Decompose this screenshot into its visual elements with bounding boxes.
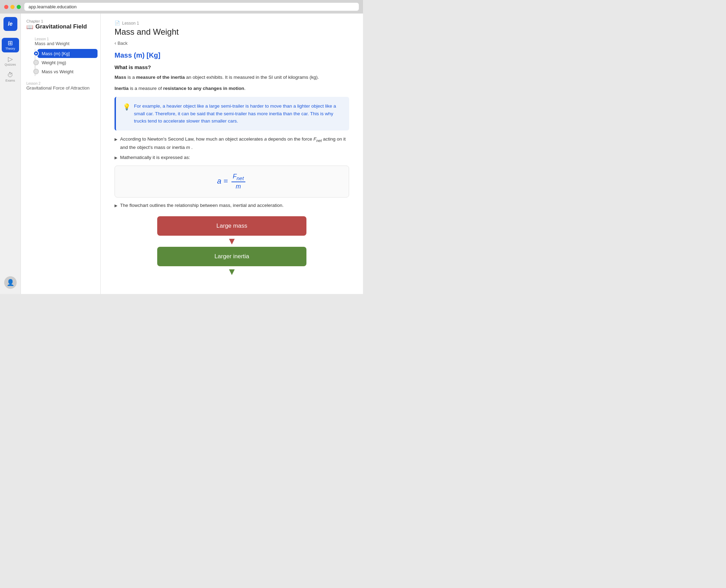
formula-box: a = Fnet m [115, 166, 349, 198]
para-2: Inertia is a measure of resistance to an… [115, 85, 349, 92]
content-subtitle: What is mass? [115, 64, 349, 70]
back-button[interactable]: ‹ Back [115, 40, 349, 46]
subtopic-weight[interactable]: Weight (mg) [37, 58, 98, 67]
flowchart-box-2: Larger inertia [157, 247, 306, 266]
chapter-label: Chapter 1 [26, 19, 95, 23]
bullet-text-1: According to Newton's Second Law, how mu… [120, 135, 349, 151]
bullet-arrow-2: ▶ [115, 155, 117, 161]
book-icon: 📖 [26, 24, 33, 30]
section-heading: Mass (m) [Kg] [115, 51, 349, 59]
callout-text: For example, a heavier object like a lar… [134, 102, 342, 125]
logo[interactable]: le [3, 17, 17, 31]
quizzes-icon: ▷ [8, 56, 13, 62]
nav-item-exams[interactable]: ⏱ Exams [2, 70, 19, 84]
chapter-sidebar: Chapter 1 📖 Gravitational Field Lesson 1… [21, 14, 101, 294]
subtopic-dot-massvweight [33, 69, 39, 74]
para2-bold2: resistance to any changes in motion [163, 86, 244, 91]
subtopic-mass[interactable]: Mass (m) [Kg] [37, 49, 98, 58]
lesson-1-label: Lesson 1 [35, 37, 95, 41]
nav-item-quizzes[interactable]: ▷ Quizzes [2, 54, 19, 68]
subtopic-massvweight[interactable]: Mass vs Weight [37, 67, 98, 76]
para2-mid: is a measure of [129, 86, 163, 91]
nav-label-theory: Theory [5, 47, 15, 50]
nav-label-quizzes: Quizzes [5, 63, 16, 66]
app-container: le ⊞ Theory ▷ Quizzes ⏱ Exams 👤 Chapter … [0, 14, 363, 294]
formula-equals: = [223, 177, 230, 185]
address-bar[interactable]: app.learnable.education [24, 3, 359, 11]
formula-numerator: Fnet [231, 173, 245, 183]
para1-bold1: Mass [115, 75, 126, 80]
main-content: 📄 Lesson 1 Mass and Weight ‹ Back Mass (… [101, 14, 363, 294]
lesson-2-label: Lesson 2 [26, 82, 95, 85]
bullet-text-2: Mathematically it is expressed as: [120, 154, 190, 161]
lesson-tree: Lesson 1 Mass and Weight Mass (m) [Kg] W… [21, 36, 100, 92]
para2-bold1: Inertia [115, 86, 129, 91]
formula-fraction: Fnet m [231, 173, 245, 191]
para1-mid: is a [126, 75, 136, 80]
subtopic-label-mass: Mass (m) [Kg] [42, 51, 70, 56]
para1-bold2: measure of the inertia [136, 75, 185, 80]
lesson-2-entry: Lesson 2 Gravitational Force of Attracti… [24, 80, 98, 92]
formula: a = Fnet m [217, 177, 246, 185]
formula-a: a [217, 177, 221, 185]
para-1: Mass is a measure of the inertia an obje… [115, 74, 349, 81]
flowchart-arrow-1: ▼ [227, 236, 237, 246]
flowchart-arrow-2: ▼ [227, 267, 237, 277]
para2-end: . [244, 86, 246, 91]
lesson-1-entry: Lesson 1 Mass and Weight Mass (m) [Kg] W… [24, 36, 98, 76]
chapter-title: 📖 Gravitational Field [26, 23, 95, 30]
subtopic-label-massvweight: Mass vs Weight [42, 69, 74, 74]
bullet-arrow-3: ▶ [115, 203, 117, 209]
chapter-header: Chapter 1 📖 Gravitational Field [21, 19, 100, 32]
lesson-2-title[interactable]: Gravitational Force of Attraction [26, 85, 95, 91]
exams-icon: ⏱ [7, 72, 14, 78]
lightbulb-icon: 💡 [123, 103, 130, 111]
minimize-button[interactable] [10, 5, 15, 9]
traffic-lights [4, 5, 21, 9]
page-title: Mass and Weight [115, 27, 349, 37]
lesson-1-title[interactable]: Mass and Weight [35, 41, 95, 46]
close-button[interactable] [4, 5, 8, 9]
bullet-item-2: ▶ Mathematically it is expressed as: [115, 154, 349, 161]
lesson-1-header: Lesson 1 Mass and Weight [32, 36, 98, 48]
breadcrumb-text: Lesson 1 [122, 21, 139, 26]
bullet-item-3: ▶ The flowchart outlines the relationshi… [115, 202, 349, 209]
breadcrumb: 📄 Lesson 1 [115, 20, 349, 26]
subtopic-dot-mass [33, 51, 39, 56]
back-label: Back [118, 41, 128, 46]
avatar[interactable]: 👤 [4, 276, 17, 289]
flowchart: Large mass ▼ Larger inertia ▼ [115, 216, 349, 277]
back-chevron-icon: ‹ [115, 40, 116, 46]
breadcrumb-icon: 📄 [115, 20, 120, 26]
callout-box: 💡 For example, a heavier object like a l… [115, 97, 349, 131]
subtopic-label-weight: Weight (mg) [42, 60, 66, 65]
browser-chrome: app.learnable.education [0, 0, 363, 14]
theory-icon: ⊞ [8, 40, 13, 46]
icon-sidebar: le ⊞ Theory ▷ Quizzes ⏱ Exams 👤 [0, 14, 21, 294]
formula-denominator: m [234, 182, 242, 190]
flowchart-box-1: Large mass [157, 216, 306, 236]
nav-item-theory[interactable]: ⊞ Theory [2, 38, 19, 52]
maximize-button[interactable] [17, 5, 21, 9]
subtopic-list: Mass (m) [Kg] Weight (mg) Mass vs Weight [32, 49, 98, 76]
chapter-title-text: Gravitational Field [35, 23, 87, 30]
subtopic-dot-weight [33, 60, 39, 65]
bullet-item-1: ▶ According to Newton's Second Law, how … [115, 135, 349, 151]
para1-end: an object exhibits. It is measured in th… [185, 75, 319, 80]
bullet-text-3: The flowchart outlines the relationship … [120, 202, 284, 209]
nav-label-exams: Exams [6, 79, 15, 82]
bullet-arrow-1: ▶ [115, 136, 117, 143]
avatar-icon: 👤 [7, 279, 14, 286]
